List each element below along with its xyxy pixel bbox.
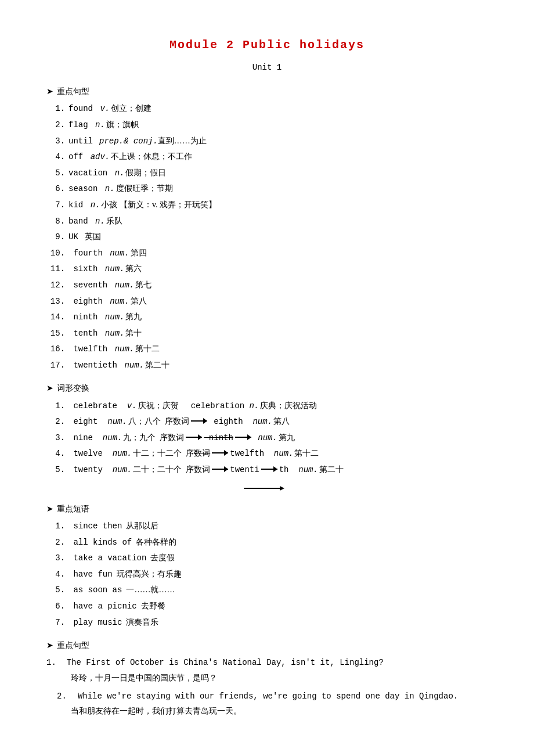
morph-item-1: 1. celebrate v. 庆祝；庆贺 celebration n. 庆典；… [46, 398, 488, 414]
vocab-item-16: 16. twelfth num. 第十二 [46, 341, 488, 357]
section-header-keySentences2: ➤ 重点句型 [46, 638, 488, 653]
sentences-list: 1. The First of October is China's Natio… [46, 655, 488, 718]
morph-item-2: 2. eight num. 八；八个 序数词 eighth num. 第八 [46, 414, 488, 430]
section-header-wordChanges: ➤ 词形变换 [46, 381, 488, 395]
section-title-keySentences2: 重点句型 [57, 638, 89, 653]
vocab-item-8: 8. band n. 乐队 [46, 214, 488, 229]
section-title-wordChanges: 词形变换 [57, 381, 89, 395]
arrow-icon-1: ➤ [46, 84, 53, 99]
sentence-item-1: 1. The First of October is China's Natio… [46, 655, 488, 685]
vocab-item-13: 13. eighth num. 第八 [46, 294, 488, 309]
section-title-keySentences1: 重点句型 [57, 84, 89, 99]
vocab-item-4: 4. off adv. 不上课；休息；不工作 [46, 149, 488, 165]
vocab-item-14: 14. ninth num. 第九 [46, 309, 488, 325]
vocab-item-17: 17. twentieth num. 第二十 [46, 358, 488, 373]
vocab-item-10: 10. fourth num. 第四 [46, 246, 488, 261]
vocab-list: 1. found v. 创立；创建 2. flag n. 旗；旗帜 3. unt… [46, 101, 488, 373]
phrase-item-7: 7. play music 演奏音乐 [46, 615, 488, 631]
vocab-item-15: 15. tenth num. 第十 [46, 326, 488, 341]
sentence-item-2: 2. While we're staying with our friends,… [46, 689, 488, 718]
svg-marker-1 [280, 486, 284, 491]
section-header-keySentences1: ➤ 重点句型 [46, 84, 488, 99]
phrase-item-6: 6. have a picnic 去野餐 [46, 599, 488, 614]
vocab-item-12: 12. seventh num. 第七 [46, 278, 488, 293]
section-header-keyPhrases: ➤ 重点短语 [46, 502, 488, 516]
phrase-list: 1. since then 从那以后 2. all kinds of 各种各样的… [46, 519, 488, 630]
section-title-keyPhrases: 重点短语 [57, 502, 89, 516]
morph-list: 1. celebrate v. 庆祝；庆贺 celebration n. 庆典；… [46, 398, 488, 478]
phrase-item-5: 5. as soon as 一……就…… [46, 582, 488, 598]
vocab-item-11: 11. sixth num. 第六 [46, 261, 488, 277]
phrase-item-4: 4. have fun 玩得高兴；有乐趣 [46, 567, 488, 582]
morph-item-4: 4. twelve num. 十二；十二个 序数词 twelfth num. 第… [46, 446, 488, 462]
vocab-item-9: 9. UK 英国 [46, 229, 488, 245]
arrow-icon-2: ➤ [46, 381, 53, 395]
phrase-item-1: 1. since then 从那以后 [46, 519, 488, 534]
morph-item-5: 5. twenty num. 二十；二十个 序数词 twentith num. … [46, 462, 488, 478]
vocab-item-1: 1. found v. 创立；创建 [46, 101, 488, 117]
vocab-item-7: 7. kid n. 小孩 【新义：v. 戏弄；开玩笑】 [46, 197, 488, 213]
arrow-icon-3: ➤ [46, 502, 53, 516]
long-arrow-container [46, 479, 488, 494]
vocab-item-5: 5. vacation n. 假期；假日 [46, 165, 488, 181]
phrase-item-3: 3. take a vacation 去度假 [46, 550, 488, 566]
unit-title: Unit 1 [46, 60, 488, 75]
vocab-item-6: 6. season n. 度假旺季；节期 [46, 181, 488, 197]
vocab-item-2: 2. flag n. 旗；旗帜 [46, 117, 488, 133]
vocab-item-3: 3. until prep.& conj.直到……为止 [46, 134, 488, 149]
arrow-icon-4: ➤ [46, 638, 53, 653]
page-title: Module 2 Public holidays [46, 35, 488, 56]
phrase-item-2: 2. all kinds of 各种各样的 [46, 535, 488, 550]
morph-item-3: 3. nine num. 九；九个 序数词 ninth num. 第九 [46, 430, 488, 446]
